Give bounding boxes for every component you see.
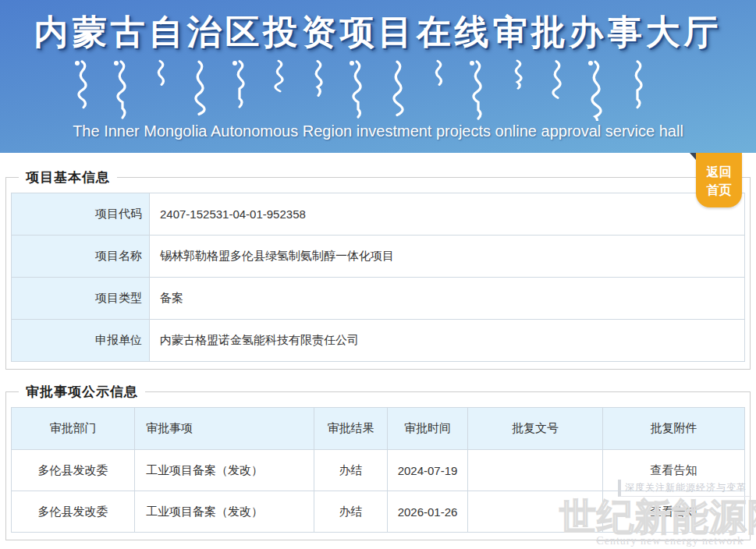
back-home-button[interactable]: 返回 首页 [696, 153, 742, 207]
project-type-value: 备案 [150, 278, 745, 320]
back-home-label-line1: 返回 [696, 163, 742, 181]
col-header-time: 审批时间 [388, 408, 468, 450]
project-code-label: 项目代码 [12, 193, 150, 236]
col-header-result: 审批结果 [314, 408, 388, 450]
basic-info-table: 项目代码 2407-152531-04-01-952358 项目名称 锡林郭勒格… [11, 193, 745, 362]
item-cell: 工业项目备案（发改） [135, 450, 314, 491]
main-content: 项目基本信息 项目代码 2407-152531-04-01-952358 项目名… [0, 153, 756, 540]
col-header-doc-no: 批复文号 [468, 408, 603, 450]
time-cell: 2024-07-19 [388, 450, 468, 491]
project-type-label: 项目类型 [12, 278, 150, 320]
approval-info-table: 审批部门 审批事项 审批结果 审批时间 批复文号 批复附件 多伦县发改委 工业项… [11, 407, 745, 533]
table-row: 多伦县发改委 工业项目备案（发改） 办结 2024-07-19 查看告知 [12, 450, 745, 491]
approval-info-section: 审批事项公示信息 审批部门 审批事项 审批结果 审批时间 批复文号 批复附件 多… [5, 383, 751, 540]
approval-info-section-title: 审批事项公示信息 [19, 383, 145, 401]
table-header-row: 审批部门 审批事项 审批结果 审批时间 批复文号 批复附件 [12, 408, 745, 450]
site-header: 内蒙古自治区投资项目在线审批办事大厅 [0, 0, 756, 153]
attachment-cell: 查看告知 [603, 491, 745, 533]
item-cell: 工业项目备案（发改） [135, 491, 314, 533]
view-notice-link[interactable]: 查看告知 [651, 505, 697, 518]
table-row: 项目名称 锡林郭勒格盟多伦县绿氢制氨制醇一体化项目 [12, 236, 745, 278]
col-header-item: 审批事项 [135, 408, 314, 450]
declaring-unit-value: 内蒙古格盟诺金氢能科技有限责任公司 [150, 320, 745, 362]
result-cell: 办结 [314, 491, 388, 533]
time-cell: 2026-01-26 [388, 491, 468, 533]
dept-cell: 多伦县发改委 [12, 491, 135, 533]
mongolian-script-decoration [0, 58, 756, 121]
attachment-cell: 查看告知 [603, 450, 745, 491]
basic-info-section-title: 项目基本信息 [19, 168, 117, 186]
mongolian-script-svg [66, 58, 690, 121]
ribbon-fold-decoration [690, 153, 696, 160]
project-name-label: 项目名称 [12, 236, 150, 278]
back-home-label-line2: 首页 [696, 181, 742, 199]
col-header-dept: 审批部门 [12, 408, 135, 450]
basic-info-section: 项目基本信息 项目代码 2407-152531-04-01-952358 项目名… [5, 168, 751, 370]
site-subtitle-english: The Inner Mongolia Autonomous Region inv… [0, 122, 756, 140]
table-row: 项目代码 2407-152531-04-01-952358 [12, 193, 745, 236]
site-title-chinese: 内蒙古自治区投资项目在线审批办事大厅 [0, 9, 756, 55]
table-row: 多伦县发改委 工业项目备案（发改） 办结 2026-01-26 查看告知 [12, 491, 745, 533]
col-header-attachment: 批复附件 [603, 408, 745, 450]
doc-no-cell [468, 491, 603, 533]
view-notice-link[interactable]: 查看告知 [651, 463, 697, 476]
table-row: 申报单位 内蒙古格盟诺金氢能科技有限责任公司 [12, 320, 745, 362]
result-cell: 办结 [314, 450, 388, 491]
project-code-value: 2407-152531-04-01-952358 [150, 193, 745, 236]
doc-no-cell [468, 450, 603, 491]
table-row: 项目类型 备案 [12, 278, 745, 320]
declaring-unit-label: 申报单位 [12, 320, 150, 362]
dept-cell: 多伦县发改委 [12, 450, 135, 491]
project-name-value: 锡林郭勒格盟多伦县绿氢制氨制醇一体化项目 [150, 236, 745, 278]
